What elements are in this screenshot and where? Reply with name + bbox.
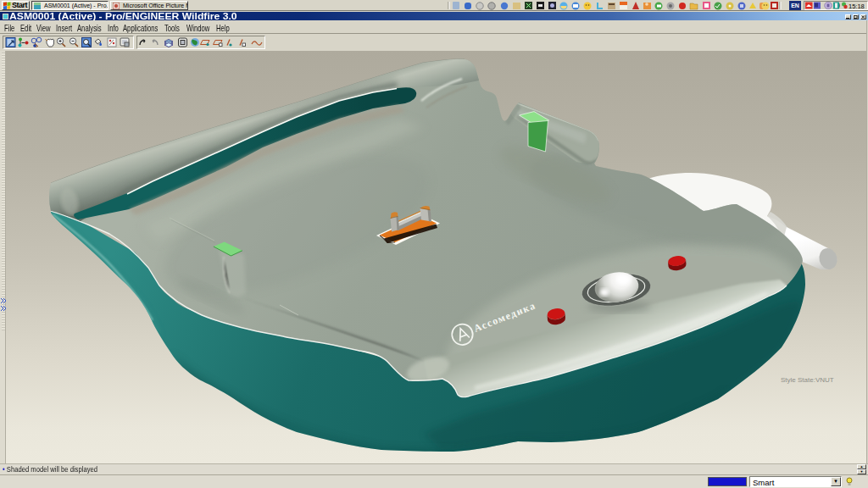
svg-text:Style State:VNUT: Style State:VNUT xyxy=(781,376,834,384)
